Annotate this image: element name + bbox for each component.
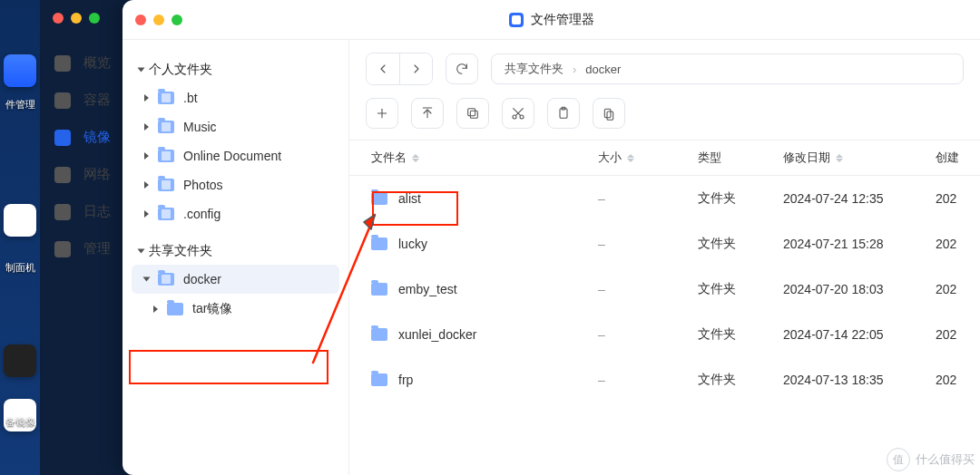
table-body: alist–文件夹2024-07-24 12:35202lucky–文件夹202… <box>349 176 980 475</box>
dock-icon[interactable] <box>4 204 36 237</box>
copy-button[interactable] <box>456 98 489 129</box>
chevron-down-icon <box>138 249 145 254</box>
nav-icon <box>54 55 71 72</box>
file-modified: 2024-07-24 12:35 <box>783 191 936 206</box>
upload-button[interactable] <box>411 98 444 129</box>
tree-item[interactable]: Photos <box>132 170 339 199</box>
table-row[interactable]: lucky–文件夹2024-07-21 15:28202 <box>349 221 980 267</box>
sort-icon <box>627 154 634 162</box>
table-header: 文件名 大小 类型 修改日期 创建 <box>349 140 980 176</box>
tree-label: Online Document <box>183 149 281 163</box>
file-name: alist <box>398 191 421 206</box>
file-type: 文件夹 <box>698 326 783 343</box>
svg-rect-5 <box>468 109 475 116</box>
file-modified: 2024-07-14 22:05 <box>783 327 936 342</box>
window-controls[interactable] <box>135 15 182 25</box>
folder-icon <box>167 303 183 315</box>
file-type: 文件夹 <box>698 281 783 297</box>
file-manager-window: 文件管理器 个人文件夹 .btMusicOnline DocumentPhoto… <box>122 0 980 475</box>
section-shared[interactable]: 共享文件夹 <box>132 238 339 265</box>
file-size: – <box>598 191 698 206</box>
duplicate-button[interactable] <box>593 98 625 129</box>
file-modified: 2024-07-20 18:03 <box>783 282 936 296</box>
file-name: xunlei_docker <box>398 327 476 342</box>
svg-rect-13 <box>607 111 613 120</box>
tree-item[interactable]: .bt <box>132 83 339 112</box>
back-button[interactable] <box>367 53 399 84</box>
back-nav-item[interactable]: 概览 <box>54 54 111 72</box>
folder-icon <box>158 121 174 133</box>
file-size: – <box>598 373 698 387</box>
chevron-right-icon: › <box>573 63 576 76</box>
folder-icon <box>371 373 387 386</box>
folder-icon <box>371 192 387 205</box>
nav-label: 管理 <box>83 240 111 257</box>
nav-label: 容器 <box>83 92 111 109</box>
folder-icon <box>158 150 174 162</box>
paste-button[interactable] <box>547 98 580 129</box>
caret-icon <box>153 305 158 313</box>
dock-label: 件管理 <box>0 98 40 111</box>
tree-item[interactable]: Online Document <box>132 141 339 170</box>
caret-icon <box>144 94 149 102</box>
dock-label: 制面机 <box>0 261 40 275</box>
tree-label: tar镜像 <box>192 301 232 317</box>
app-icon <box>509 13 524 27</box>
col-created[interactable]: 创建 <box>936 150 980 166</box>
back-nav-item[interactable]: 容器 <box>54 92 111 109</box>
nav-icon <box>54 92 71 109</box>
breadcrumb[interactable]: 共享文件夹 › docker <box>491 53 964 84</box>
nav-label: 镜像 <box>83 129 111 146</box>
nav-icon <box>54 204 71 220</box>
forward-button[interactable] <box>399 53 432 84</box>
back-nav-item[interactable]: 日志 <box>54 203 111 220</box>
table-row[interactable]: xunlei_docker–文件夹2024-07-14 22:05202 <box>349 312 980 357</box>
nav-label: 概览 <box>83 54 111 72</box>
refresh-button[interactable] <box>446 53 478 84</box>
folder-icon <box>158 92 174 104</box>
file-created: 202 <box>936 282 980 296</box>
table-row[interactable]: alist–文件夹2024-07-24 12:35202 <box>349 176 980 221</box>
tree-item[interactable]: tar镜像 <box>132 294 339 325</box>
dock-icon[interactable] <box>4 344 36 377</box>
dock-icon[interactable] <box>4 54 36 87</box>
table-row[interactable]: emby_test–文件夹2024-07-20 18:03202 <box>349 267 980 312</box>
tree-item[interactable]: Music <box>132 112 339 141</box>
chevron-down-icon <box>138 68 145 73</box>
nav-label: 日志 <box>83 203 111 220</box>
section-personal[interactable]: 个人文件夹 <box>132 56 339 83</box>
tree-item[interactable]: docker <box>132 265 339 294</box>
tree-item[interactable]: .config <box>132 199 339 228</box>
file-modified: 2024-07-13 18:35 <box>783 373 936 387</box>
file-size: – <box>598 327 698 342</box>
caret-icon <box>143 277 151 282</box>
add-button[interactable] <box>366 98 398 129</box>
cut-button[interactable] <box>502 98 534 129</box>
caret-icon <box>144 123 149 131</box>
folder-icon <box>371 283 387 296</box>
back-nav-item[interactable]: 管理 <box>54 240 111 257</box>
back-nav-item[interactable]: 镜像 <box>54 129 111 146</box>
file-type: 文件夹 <box>698 236 783 252</box>
titlebar: 文件管理器 <box>122 0 980 40</box>
col-size[interactable]: 大小 <box>598 150 698 166</box>
nav-icon <box>54 130 71 146</box>
col-modified[interactable]: 修改日期 <box>783 150 936 166</box>
section-label: 个人文件夹 <box>149 62 212 78</box>
nav-buttons <box>366 53 433 85</box>
crumb[interactable]: docker <box>585 63 621 76</box>
window-controls[interactable] <box>53 13 100 24</box>
col-type[interactable]: 类型 <box>698 150 783 166</box>
action-bar <box>349 98 980 140</box>
back-nav-item[interactable]: 网络 <box>54 166 111 183</box>
caret-icon <box>144 181 149 189</box>
dock-label: 备镜像 <box>0 415 40 429</box>
col-name[interactable]: 文件名 <box>366 150 598 166</box>
sidebar: 个人文件夹 .btMusicOnline DocumentPhotos.conf… <box>122 40 349 475</box>
file-name: emby_test <box>398 282 457 296</box>
tree-label: Music <box>183 120 217 134</box>
crumb[interactable]: 共享文件夹 <box>505 61 564 77</box>
table-row[interactable]: frp–文件夹2024-07-13 18:35202 <box>349 357 980 402</box>
folder-icon <box>371 238 387 250</box>
app-title: 文件管理器 <box>531 12 594 28</box>
